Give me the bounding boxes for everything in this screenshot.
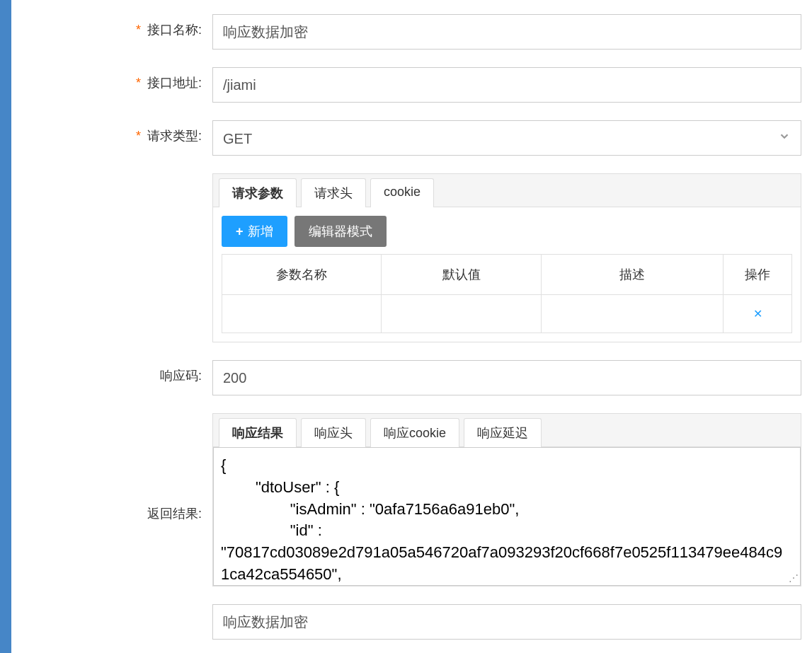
tab-request-cookie[interactable]: cookie [370, 178, 434, 207]
bottom-name-input[interactable] [212, 604, 801, 640]
tab-response-result[interactable]: 响应结果 [219, 418, 297, 447]
tab-request-header[interactable]: 请求头 [301, 178, 366, 207]
plus-icon: + [236, 224, 244, 239]
label-text: 接口地址: [147, 76, 202, 90]
required-asterisk-icon: * [136, 76, 141, 90]
tab-request-params[interactable]: 请求参数 [219, 178, 297, 207]
params-table: 参数名称 默认值 描述 操作 ✕ [222, 254, 792, 333]
col-param-name: 参数名称 [222, 255, 382, 295]
response-tabs-panel: 响应结果 响应头 响应cookie 响应延迟 ⋰ [212, 413, 801, 586]
label-text: 接口名称: [147, 23, 202, 37]
return-result-label: 返回结果: [11, 413, 212, 522]
required-asterisk-icon: * [136, 129, 141, 143]
interface-url-input[interactable] [212, 67, 801, 103]
col-default: 默认值 [382, 255, 541, 295]
tab-response-delay[interactable]: 响应延迟 [464, 418, 542, 447]
tab-response-cookie[interactable]: 响应cookie [370, 418, 459, 447]
request-tabs-panel: 请求参数 请求头 cookie + 新增 编辑器模式 [212, 173, 801, 342]
add-button[interactable]: + 新增 [222, 216, 287, 247]
required-asterisk-icon: * [136, 23, 141, 37]
interface-name-label: * 接口名称: [11, 14, 212, 38]
request-type-select[interactable]: GET [212, 120, 801, 156]
col-action: 操作 [724, 255, 792, 295]
label-text: 请求类型: [147, 129, 202, 143]
request-type-label: * 请求类型: [11, 120, 212, 144]
add-button-label: 新增 [248, 223, 273, 240]
col-desc: 描述 [541, 255, 724, 295]
tab-response-header[interactable]: 响应头 [301, 418, 366, 447]
label-text: 返回结果: [147, 507, 202, 521]
label-text: 响应码: [160, 369, 202, 383]
editor-mode-button[interactable]: 编辑器模式 [295, 216, 387, 247]
interface-name-input[interactable] [212, 14, 801, 50]
response-code-input[interactable] [212, 360, 801, 395]
interface-url-label: * 接口地址: [11, 67, 212, 91]
response-code-label: 响应码: [11, 360, 212, 384]
return-result-textarea[interactable] [214, 448, 800, 582]
delete-row-icon[interactable]: ✕ [753, 308, 762, 320]
table-row: ✕ [222, 295, 792, 333]
